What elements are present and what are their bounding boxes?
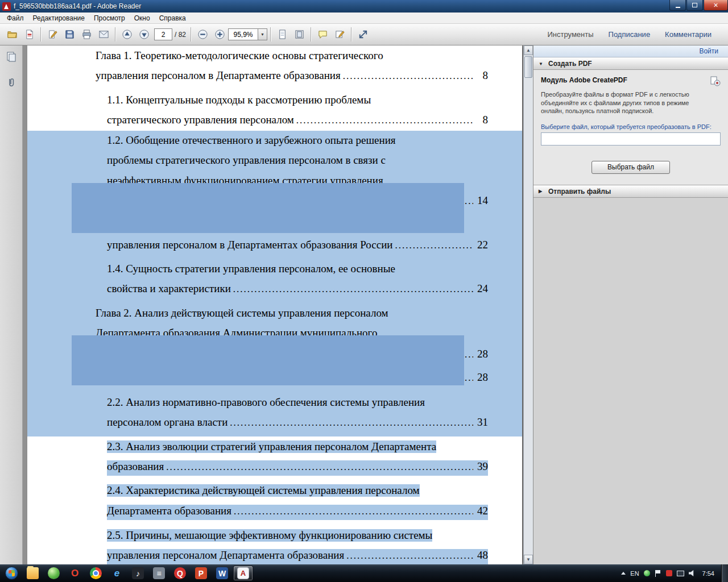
redaction-block [72, 183, 464, 233]
action-center-flag-icon[interactable] [655, 570, 661, 577]
create-pdf-header[interactable]: ▼ Создать PDF [533, 57, 728, 70]
send-files-header[interactable]: ▶ Отправить файлы [533, 185, 728, 198]
green-app-button[interactable] [44, 566, 64, 581]
comment-button[interactable] [314, 26, 331, 43]
file-prompt-label: Выберите файл, который требуется преобра… [541, 123, 721, 130]
notes-app-button[interactable]: ≡ [149, 566, 169, 581]
media-app-button[interactable]: ♪ [128, 566, 148, 581]
internet-explorer-button[interactable]: e [107, 566, 127, 581]
save-button[interactable] [61, 26, 78, 43]
annotate-button[interactable] [331, 26, 348, 43]
toc-page-number: 48 [475, 549, 488, 562]
vertical-scrollbar[interactable]: ▲ ▼ [523, 45, 533, 564]
toc-line: Глава 1. Теоретико-методологические осно… [96, 49, 488, 65]
menu-item[interactable]: Редактирование [28, 13, 89, 23]
open-button[interactable] [3, 26, 20, 43]
page-number-input[interactable] [154, 28, 172, 40]
menu-item[interactable]: Просмотр [89, 13, 130, 23]
adobe-reader-button[interactable]: A [233, 566, 253, 581]
start-button[interactable] [1, 566, 22, 581]
explorer-button[interactable] [23, 566, 43, 581]
toc-line: 2.3. Анализ эволюции стратегий управлени… [107, 440, 488, 456]
chrome-button[interactable] [86, 566, 106, 581]
scrollbar-thumb[interactable] [524, 56, 532, 78]
menu-item[interactable]: Окно [130, 13, 155, 23]
document-area: Глава 1. Теоретико-методологические осно… [23, 45, 523, 564]
sign-pen-icon [47, 29, 58, 40]
taskbar-items: Oe♪≡QPWA [22, 566, 254, 581]
language-indicator[interactable]: EN [630, 570, 639, 577]
zoom-out-button[interactable] [194, 26, 211, 43]
powerpoint-button[interactable]: P [191, 566, 211, 581]
toc-line-text: Глава 2. Анализ действующей системы упра… [96, 307, 388, 319]
toc-page-number: 8 [475, 69, 488, 82]
create-pdf-button[interactable] [20, 26, 38, 43]
toc-line-text: 2.5. Причины, мешающие эффективному функ… [107, 529, 432, 542]
scroll-up-icon: ▲ [526, 48, 531, 53]
network-icon[interactable] [677, 571, 684, 576]
comment-bubble-icon [317, 29, 328, 40]
messenger-app-icon: Q [174, 567, 186, 579]
fit-page-button[interactable] [291, 26, 308, 43]
next-page-button[interactable] [135, 26, 152, 43]
toc-page-number: 8 [475, 114, 488, 126]
toc-page-number: 22 [475, 239, 488, 251]
chevron-down-icon: ▼ [260, 32, 264, 36]
hidden-icons-chevron-icon[interactable] [621, 572, 626, 575]
scrolling-mode-button[interactable] [274, 26, 291, 43]
createpdf-module-icon [709, 76, 721, 89]
zoom-in-button[interactable] [211, 26, 228, 43]
dot-leader [230, 416, 473, 429]
navigation-pane-strip [0, 45, 23, 564]
print-button[interactable] [78, 26, 95, 43]
page-thumbnails-button[interactable] [5, 51, 18, 65]
sign-in-link[interactable]: Войти [699, 47, 718, 55]
toc-line: управления персоналом в Департаменте обр… [96, 69, 488, 85]
choose-file-button[interactable]: Выбрать файл [592, 161, 670, 174]
zoom-level-input[interactable] [228, 28, 258, 40]
toolbar-panel-button[interactable]: Комментарии [657, 26, 719, 43]
toolbar-panel-button[interactable]: Инструменты [540, 26, 601, 43]
show-desktop-button[interactable] [721, 564, 728, 582]
toc-line-text: 2.4. Характеристика действующей системы … [107, 484, 420, 497]
email-icon [98, 29, 109, 40]
sign-in-bar: Войти [533, 45, 728, 57]
fullscreen-button[interactable] [354, 26, 371, 43]
page-thumbnails-icon [5, 51, 18, 63]
pdf-page[interactable]: Глава 1. Теоретико-методологические осно… [27, 45, 522, 564]
toolbar-panel-button[interactable]: Подписание [601, 26, 658, 43]
toc-line-text: 1.1. Концептуальные подходы к рассмотрен… [107, 94, 371, 106]
previous-page-button[interactable] [118, 26, 135, 43]
scroll-up-button[interactable]: ▲ [524, 45, 533, 55]
dot-leader [346, 549, 473, 562]
annotate-pen-icon [334, 29, 345, 40]
file-path-input[interactable] [541, 132, 721, 146]
antivirus-tray-icon[interactable] [644, 570, 650, 576]
word-button[interactable]: W [212, 566, 232, 581]
toolbar-right-group: ИнструментыПодписаниеКомментарии [540, 26, 725, 43]
toolbar-separator [270, 27, 271, 41]
zoom-out-icon [197, 29, 208, 40]
volume-icon[interactable] [689, 570, 696, 577]
window-controls: × [669, 0, 728, 11]
zoom-dropdown-button[interactable]: ▼ [258, 28, 267, 40]
notification-tray-icon[interactable] [666, 570, 672, 576]
messenger-app-button[interactable]: Q [170, 566, 190, 581]
toolbar-separator [40, 27, 41, 41]
email-button[interactable] [95, 26, 112, 43]
opera-button[interactable]: O [65, 566, 85, 581]
menu-bar: ФайлРедактированиеПросмотрОкноСправка [0, 13, 728, 24]
scroll-down-button[interactable]: ▼ [524, 555, 533, 564]
page-navigation: / 82 [154, 28, 186, 40]
adobe-reader-icon: A [237, 567, 249, 579]
sign-button[interactable] [44, 26, 61, 43]
attachments-button[interactable] [5, 77, 18, 92]
expander-expanded-icon: ▼ [539, 61, 544, 66]
menu-item[interactable]: Справка [155, 13, 191, 23]
create-pdf-icon [24, 29, 35, 40]
clock[interactable]: 7:54 [702, 570, 714, 577]
minimize-button[interactable] [669, 0, 686, 11]
menu-item[interactable]: Файл [2, 13, 28, 23]
close-button[interactable]: × [704, 0, 728, 11]
maximize-button[interactable] [686, 0, 703, 11]
